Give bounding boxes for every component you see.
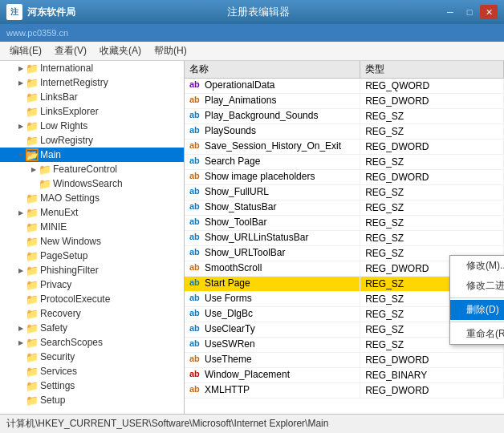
watermark-text: www.pc0359.cn (6, 28, 68, 38)
reg-name-cell: abUse Forms (185, 292, 360, 307)
folder-closed-icon (26, 77, 39, 89)
context-menu-item-modify[interactable]: 修改(M)... (450, 256, 504, 276)
title-bar-left: 注 河东软件局 (6, 4, 75, 20)
tree-item[interactable]: LowRegistry (0, 133, 184, 148)
tree-item[interactable]: LinksBar (0, 90, 184, 104)
table-row[interactable]: abShow_StatusBar REG_SZ (185, 200, 504, 216)
tree-item[interactable]: ▶InternetRegistry (0, 75, 184, 90)
table-row[interactable]: abOperationalData REG_QWORD (185, 79, 504, 94)
reg-type-cell: REG_DWORD (360, 353, 504, 368)
reg-type-icon: ab (189, 95, 202, 107)
menu-edit[interactable]: 编辑(E) (3, 42, 48, 59)
context-menu: 修改(M)...修改二进制数据(B)...删除(D)重命名(R) (449, 255, 504, 345)
folder-icon (26, 105, 39, 118)
folder-closed-icon (26, 337, 39, 349)
folder-icon (26, 134, 39, 147)
table-row[interactable]: abShow image placeholders REG_DWORD (185, 170, 504, 185)
table-row[interactable]: abShow_FullURL REG_SZ (185, 185, 504, 200)
folder-icon (26, 192, 39, 204)
reg-type-icon: ab (189, 354, 202, 366)
context-menu-item-rename[interactable]: 重命名(R) (450, 324, 504, 344)
table-row[interactable]: abShow_URLLinStatusBar REG_SZ (185, 231, 504, 246)
tree-item-label: Security (40, 351, 75, 362)
reg-name-cell: abWindow_Placement (185, 368, 360, 383)
reg-type-icon: ab (189, 277, 202, 290)
tree-item[interactable]: WindowsSearch (0, 176, 184, 191)
folder-icon (26, 278, 39, 291)
tree-item[interactable]: ▶PhishingFilter (0, 263, 184, 277)
tree-item-label: WindowsSearch (53, 178, 123, 189)
reg-type-icon: ab (189, 247, 202, 260)
window-controls: ─ □ ✕ (441, 5, 498, 19)
tree-item[interactable]: MINIE (0, 220, 184, 234)
folder-icon (26, 235, 39, 248)
tree-item[interactable]: Privacy (0, 277, 184, 292)
tree-item[interactable]: MAO Settings (0, 191, 184, 205)
tree-item[interactable]: Services (0, 364, 184, 378)
tree-arrow-spacer (16, 92, 26, 102)
tree-item[interactable]: Security (0, 350, 184, 364)
tree-item[interactable]: New Windows (0, 234, 184, 249)
folder-icon (26, 76, 39, 89)
tree-item[interactable]: ▶International (0, 61, 184, 75)
tree-arrow-spacer (16, 193, 26, 203)
folder-icon (26, 148, 39, 161)
menu-favorites[interactable]: 收藏夹(A) (93, 42, 148, 59)
reg-type-cell: REG_DWORD (360, 383, 504, 399)
tree-item[interactable]: ▶FeatureControl (0, 162, 184, 176)
table-row[interactable]: abSave_Session_History_On_Exit REG_DWORD (185, 140, 504, 155)
reg-name-cell: abSmoothScroll (185, 261, 360, 277)
folder-icon (26, 322, 39, 334)
context-menu-item-delete[interactable]: 删除(D) (450, 300, 504, 320)
folder-closed-icon (26, 395, 39, 407)
close-button[interactable]: ✕ (480, 5, 498, 19)
tree-item[interactable]: PageSetup (0, 249, 184, 263)
table-row[interactable]: abWindow_Placement REG_BINARY (185, 368, 504, 383)
maximize-button[interactable]: □ (461, 5, 478, 19)
reg-type-cell: REG_SZ (360, 109, 504, 124)
table-row[interactable]: abUseTheme REG_DWORD (185, 353, 504, 368)
tree-item[interactable]: ▶MenuExt (0, 205, 184, 220)
table-row[interactable]: abPlay_Background_Sounds REG_SZ (185, 109, 504, 124)
reg-type-icon: ab (189, 140, 202, 153)
table-row[interactable]: abXMLHTTP REG_DWORD (185, 383, 504, 399)
tree-arrow-icon: ▶ (16, 323, 26, 333)
tree-panel[interactable]: ▶International▶InternetRegistryLinksBarL… (0, 61, 185, 414)
table-row[interactable]: abSearch Page REG_SZ (185, 155, 504, 170)
reg-type-icon: ab (189, 216, 202, 229)
tree-item[interactable]: ▼Main (0, 148, 184, 162)
table-row[interactable]: abPlay_Animations REG_DWORD (185, 94, 504, 109)
tree-item[interactable]: ProtocolExecute (0, 292, 184, 306)
folder-icon (26, 206, 39, 219)
reg-name-cell: abPlay_Background_Sounds (185, 109, 360, 124)
folder-closed-icon (26, 192, 39, 204)
tree-arrow-spacer (16, 395, 26, 405)
reg-name-cell: abStart Page (185, 277, 360, 292)
context-menu-item-modify-binary[interactable]: 修改二进制数据(B)... (450, 276, 504, 296)
tree-item[interactable]: ▶Safety (0, 321, 184, 335)
tree-item-label: ProtocolExecute (40, 293, 110, 305)
tree-item[interactable]: Recovery (0, 306, 184, 321)
reg-type-cell: REG_DWORD (360, 170, 504, 185)
tree-item[interactable]: ▶SearchScopes (0, 335, 184, 350)
folder-closed-icon (26, 265, 39, 277)
tree-item[interactable]: Settings (0, 378, 184, 393)
tree-item-label: New Windows (40, 236, 101, 247)
tree-item-label: LowRegistry (40, 135, 93, 146)
minimize-button[interactable]: ─ (441, 5, 459, 19)
table-row[interactable]: abShow_ToolBar REG_SZ (185, 216, 504, 231)
folder-icon (26, 379, 39, 392)
registry-table-scroll[interactable]: 名称 类型 abOperationalData REG_QWORD abPlay… (185, 61, 504, 414)
reg-type-icon: ab (189, 79, 202, 92)
reg-type-cell: REG_DWORD (360, 140, 504, 155)
folder-icon (26, 293, 39, 306)
tree-arrow-spacer (16, 222, 26, 232)
tree-item[interactable]: LinksExplorer (0, 104, 184, 119)
registry-table: 名称 类型 abOperationalData REG_QWORD abPlay… (185, 61, 504, 399)
menu-view[interactable]: 查看(V) (48, 42, 93, 59)
tree-item[interactable]: ▶Low Rights (0, 119, 184, 133)
tree-arrow-icon: ▶ (16, 63, 26, 73)
tree-item[interactable]: Setup (0, 393, 184, 407)
table-row[interactable]: abPlaySounds REG_SZ (185, 124, 504, 140)
menu-help[interactable]: 帮助(H) (148, 42, 193, 59)
